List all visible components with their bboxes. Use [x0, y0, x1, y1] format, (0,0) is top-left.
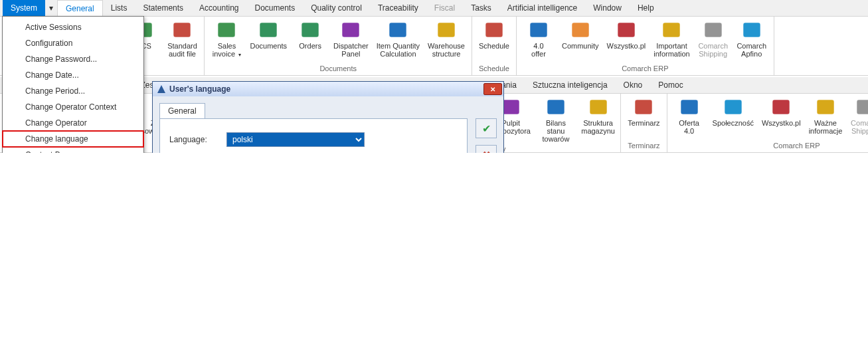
svg-rect-12: [260, 23, 277, 37]
documents-label: Documents: [250, 42, 287, 50]
menu-general[interactable]: General: [57, 0, 103, 16]
important-information-button[interactable]: Important information: [650, 18, 693, 64]
sysmenu-change-date-[interactable]: Change Date...: [3, 67, 143, 83]
comarch-shipping-icon: [855, 96, 868, 118]
svg-rect-8: [173, 23, 191, 37]
sysmenu-change-password-[interactable]: Change Password...: [3, 51, 143, 67]
svg-rect-32: [705, 23, 722, 37]
menu-tasks[interactable]: Tasks: [463, 0, 499, 16]
menu-sztuczna-inteligencja[interactable]: Sztuczna inteligencja: [525, 77, 616, 93]
menu-accounting[interactable]: Accounting: [191, 0, 246, 16]
orders-label: Orders: [299, 42, 321, 50]
menu-okno[interactable]: Okno: [616, 77, 651, 93]
orders-button[interactable]: Orders: [291, 18, 329, 64]
schedule-label: Schedule: [479, 42, 509, 50]
svg-rect-69: [725, 100, 742, 114]
sysmenu-change-language[interactable]: Change language: [3, 131, 143, 147]
language-label: Language:: [169, 135, 226, 144]
wszystko-pl-icon: [770, 96, 792, 118]
language-select[interactable]: polski: [226, 132, 365, 147]
oferta-40-icon: [679, 96, 700, 118]
wszystko-pl-button[interactable]: Wszystko.pl: [603, 18, 650, 64]
menu-fiscal[interactable]: Fiscal: [426, 0, 463, 16]
item-quantity-calculation-icon: [387, 19, 408, 41]
item-quantity-calculation-label: Item Quantity Calculation: [377, 42, 420, 58]
sales-invoice-icon: [216, 19, 237, 41]
dialog-ok-button[interactable]: ✔: [476, 118, 497, 138]
menu-statements[interactable]: Statements: [135, 0, 191, 16]
spolecznosc-button[interactable]: Społeczność: [709, 95, 758, 141]
dialog-close-button[interactable]: ✕: [483, 83, 502, 95]
svg-rect-26: [572, 23, 589, 37]
oferta-40-button[interactable]: Oferta 4.0: [670, 95, 709, 141]
sysmenu-configuration[interactable]: Configuration: [3, 35, 143, 51]
sysmenu-change-operator-context[interactable]: Change Operator Context: [3, 99, 143, 115]
terminarz-icon: [633, 96, 654, 118]
community-button[interactable]: Community: [558, 18, 603, 64]
struktura-magazynu-button[interactable]: Struktura magazynu: [578, 95, 618, 144]
schedule-button[interactable]: Schedule: [475, 18, 513, 64]
item-quantity-calculation-button[interactable]: Item Quantity Calculation: [373, 18, 424, 64]
menu-system[interactable]: System: [3, 0, 45, 16]
wszystko-pl-button[interactable]: Wszystko.pl: [758, 95, 805, 141]
warehouse-structure-label: Warehouse structure: [428, 42, 465, 58]
comarch-shipping-label: Comarch Shipping: [698, 42, 728, 58]
orders-icon: [300, 19, 321, 41]
menu-help[interactable]: Help: [630, 0, 662, 16]
oferta-40-label: Oferta 4.0: [679, 119, 699, 135]
dialog-cancel-button[interactable]: ✖: [476, 145, 497, 153]
ribbon-group: Sales invoice ▾DocumentsOrdersDispatcher…: [205, 17, 472, 75]
standard-audit-file-button[interactable]: Standard audit file: [163, 18, 201, 64]
svg-rect-67: [681, 100, 698, 114]
40-offer-button[interactable]: 4.0 offer: [519, 18, 558, 64]
dialog-titlebar[interactable]: User's language ✕: [153, 82, 503, 96]
sysmenu-active-sessions[interactable]: Active Sessions: [3, 19, 143, 35]
svg-rect-28: [618, 23, 635, 37]
dialog-title: User's language: [169, 84, 483, 94]
svg-rect-24: [530, 23, 547, 37]
struktura-magazynu-label: Struktura magazynu: [581, 119, 615, 135]
window-english: System ▾ GeneralListsStatementsAccountin…: [0, 0, 868, 76]
ribbon-group: TerminarzTerminarz: [621, 94, 667, 152]
comarch-shipping-icon: [703, 19, 724, 41]
warehouse-structure-button[interactable]: Warehouse structure: [424, 18, 469, 64]
menu-traceability[interactable]: Traceability: [370, 0, 426, 16]
svg-rect-30: [663, 23, 680, 37]
menu-lists[interactable]: Lists: [103, 0, 135, 16]
community-label: Community: [562, 42, 599, 50]
documents-button[interactable]: Documents: [246, 18, 291, 64]
menu-pomoc[interactable]: Pomoc: [650, 77, 691, 93]
bilans-stanu-towarow-button[interactable]: Bilans stanu towarów: [533, 95, 578, 144]
svg-rect-10: [218, 23, 235, 37]
svg-rect-61: [547, 100, 564, 114]
warehouse-structure-icon: [436, 19, 457, 41]
terminarz-label: Terminarz: [628, 119, 659, 127]
comarch-apfino-button[interactable]: Comarch Apfino: [733, 18, 771, 64]
spolecznosc-label: Społeczność: [713, 119, 754, 127]
dispatcher-panel-button[interactable]: Dispatcher Panel: [329, 18, 373, 64]
sysmenu-change-operator[interactable]: Change Operator: [3, 115, 143, 131]
svg-marker-36: [157, 85, 165, 93]
bilans-stanu-towarow-label: Bilans stanu towarów: [537, 119, 574, 143]
menu-window[interactable]: Window: [585, 0, 630, 16]
group-label: Documents: [207, 64, 468, 74]
terminarz-button[interactable]: Terminarz: [624, 95, 663, 141]
sales-invoice-label: Sales invoice ▾: [213, 42, 241, 59]
menu-quality-control[interactable]: Quality control: [303, 0, 370, 16]
svg-rect-20: [438, 23, 455, 37]
wazne-informacje-button[interactable]: Ważne informacje: [805, 95, 847, 141]
wazne-informacje-icon: [815, 96, 836, 118]
svg-rect-16: [342, 23, 359, 37]
menu-documents[interactable]: Documents: [246, 0, 303, 16]
qat-dropdown[interactable]: ▾: [45, 0, 57, 16]
sales-invoice-button[interactable]: Sales invoice ▾: [207, 18, 246, 64]
sysmenu-context-bans[interactable]: Context Bans: [3, 147, 143, 153]
ribbon-group: 4.0 offerCommunityWszystko.plImportant i…: [517, 17, 774, 75]
schedule-icon: [483, 19, 505, 41]
dialog-tab-general[interactable]: General: [159, 103, 205, 118]
dispatcher-panel-label: Dispatcher Panel: [333, 42, 369, 58]
comarch-apfino-icon: [741, 19, 762, 41]
menu-artificial-intelligence[interactable]: Artificial intelligence: [499, 0, 585, 16]
sysmenu-change-period-[interactable]: Change Period...: [3, 83, 143, 99]
dispatcher-panel-icon: [340, 19, 361, 41]
